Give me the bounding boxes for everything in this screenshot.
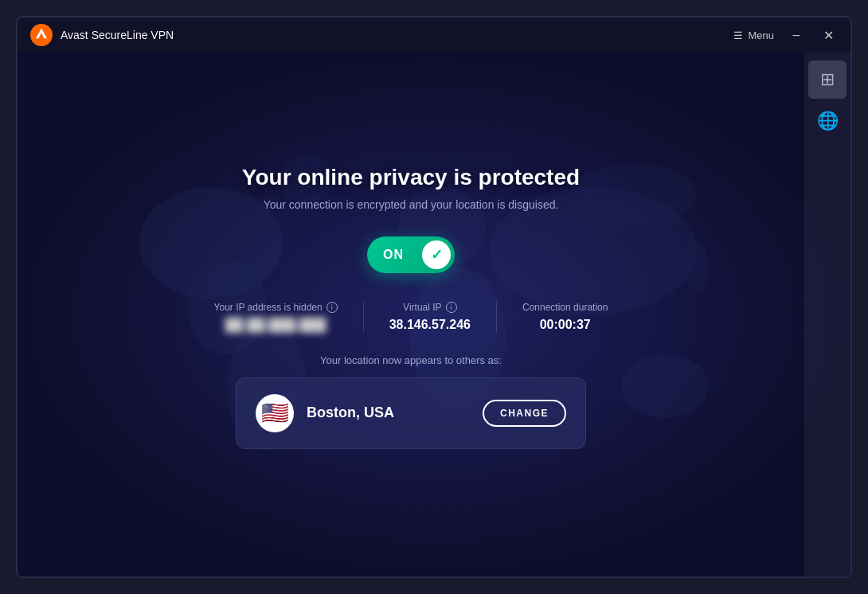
center-panel: Your online privacy is protected Your co… — [18, 53, 804, 576]
vpn-toggle[interactable]: ON ✓ — [367, 236, 455, 273]
globe-icon: 🌐 — [817, 111, 839, 131]
stat-label-virtual-ip: Virtual IP i — [389, 302, 471, 313]
stat-label-duration: Connection duration — [522, 302, 608, 313]
sidebar-devices-button[interactable]: ⊞ — [808, 61, 846, 99]
minimize-button[interactable]: – — [787, 25, 806, 45]
info-icon-vip[interactable]: i — [446, 302, 457, 313]
sidebar-globe-button[interactable]: 🌐 — [808, 102, 846, 140]
menu-label: Menu — [748, 29, 774, 41]
stat-value-virtual-ip: 38.146.57.246 — [389, 318, 471, 332]
checkmark-icon: ✓ — [431, 246, 443, 264]
titlebar: Avast SecureLine VPN ☰ Menu – ✕ — [18, 18, 850, 53]
devices-icon: ⊞ — [820, 69, 835, 90]
menu-button[interactable]: ☰ Menu — [733, 29, 774, 41]
location-name: Boston, USA — [307, 404, 470, 421]
toggle-knob: ✓ — [422, 240, 451, 269]
close-button[interactable]: ✕ — [819, 25, 838, 45]
main-content: ⊞ 🌐 Your online privacy is protected You… — [18, 53, 850, 576]
window-controls: ☰ Menu – ✕ — [733, 25, 838, 45]
stat-virtual-ip: Virtual IP i 38.146.57.246 — [363, 302, 496, 332]
info-icon-ip[interactable]: i — [326, 302, 338, 313]
toggle-on-label: ON — [383, 248, 404, 262]
vpn-toggle-container: ON ✓ — [367, 236, 455, 273]
sidebar: ⊞ 🌐 — [804, 53, 850, 576]
location-flag: 🇺🇸 — [256, 394, 294, 432]
stat-duration: Connection duration 00:00:37 — [496, 302, 633, 332]
app-title: Avast SecureLine VPN — [61, 29, 733, 41]
stat-ip-hidden: Your IP address is hidden i ██.██.███.██… — [189, 302, 363, 332]
stat-value-duration: 00:00:37 — [522, 318, 608, 332]
avast-logo — [30, 24, 53, 46]
hamburger-icon: ☰ — [733, 29, 743, 41]
svg-point-0 — [30, 24, 53, 46]
stat-value-ip: ██.██.███.███ — [214, 318, 338, 332]
location-label: Your location now appears to others as: — [320, 354, 502, 366]
location-card: 🇺🇸 Boston, USA CHANGE — [236, 377, 586, 449]
main-subtitle: Your connection is encrypted and your lo… — [264, 198, 559, 211]
change-location-button[interactable]: CHANGE — [483, 400, 566, 427]
stat-label-ip-hidden: Your IP address is hidden i — [214, 302, 338, 313]
stat-label-text-ip: Your IP address is hidden — [214, 302, 323, 313]
stat-label-text-vip: Virtual IP — [403, 302, 441, 313]
stats-row: Your IP address is hidden i ██.██.███.██… — [189, 302, 634, 332]
app-window: Avast SecureLine VPN ☰ Menu – ✕ — [16, 16, 852, 578]
flag-emoji: 🇺🇸 — [261, 400, 289, 426]
stat-label-text-dur: Connection duration — [522, 302, 608, 313]
main-headline: Your online privacy is protected — [242, 165, 580, 190]
